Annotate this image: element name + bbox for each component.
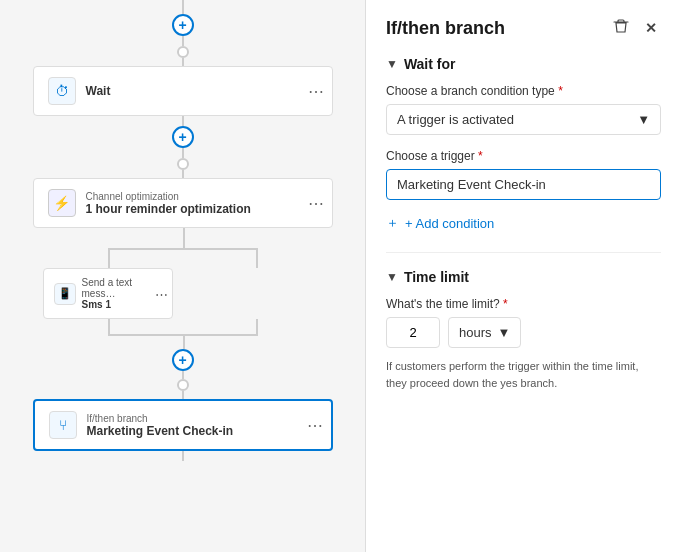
condition-type-required: * (558, 84, 563, 98)
wait-card[interactable]: ⏱ Wait ⋯ (33, 66, 333, 116)
time-unit-value: hours (459, 325, 492, 340)
wait-card-title: Wait (86, 84, 318, 98)
add-condition-button[interactable]: ＋ + Add condition (386, 214, 494, 232)
panel-header: If/then branch ✕ (386, 16, 661, 40)
branch-left: 📱 Send a text mess… Sms 1 ⋯ (43, 268, 183, 319)
channel-card-text: Channel optimization 1 hour reminder opt… (86, 191, 318, 216)
flow-wrapper: + ⏱ Wait ⋯ + ⚡ Channel optimization 1 ho… (0, 0, 365, 461)
section-divider (386, 252, 661, 253)
ifthen-card[interactable]: ⑂ If/then branch Marketing Event Check-i… (33, 399, 333, 451)
trigger-input[interactable] (386, 169, 661, 200)
ifthen-card-label: If/then branch (87, 413, 317, 424)
sms-card-text: Send a text mess… Sms 1 (82, 277, 162, 310)
condition-type-value: A trigger is activated (397, 112, 514, 127)
trigger-label: Choose a trigger * (386, 149, 661, 163)
time-limit-required: * (503, 297, 508, 311)
left-panel: + ⏱ Wait ⋯ + ⚡ Channel optimization 1 ho… (0, 0, 365, 552)
time-value-input[interactable] (386, 317, 440, 348)
time-unit-chevron: ▼ (498, 325, 511, 340)
wait-for-section: ▼ Wait for Choose a branch condition typ… (386, 56, 661, 232)
add-condition-label: + Add condition (405, 216, 494, 231)
time-limit-section: ▼ Time limit What's the time limit? * ho… (386, 269, 661, 391)
channel-icon: ⚡ (48, 189, 76, 217)
ifthen-card-subtitle: Marketing Event Check-in (87, 424, 317, 438)
add-button-3[interactable]: + (172, 349, 194, 371)
connector-circle-1 (177, 46, 189, 58)
merge-lines (33, 319, 333, 349)
sms-card-title: Send a text mess… (82, 277, 162, 299)
panel-actions: ✕ (609, 16, 661, 40)
time-limit-question-label: What's the time limit? * (386, 297, 661, 311)
close-button[interactable]: ✕ (641, 18, 661, 38)
condition-type-chevron: ▼ (637, 112, 650, 127)
channel-card-subtitle: 1 hour reminder optimization (86, 202, 318, 216)
time-limit-header[interactable]: ▼ Time limit (386, 269, 661, 285)
ifthen-icon: ⑂ (49, 411, 77, 439)
connector-circle-2 (177, 158, 189, 170)
add-condition-plus: ＋ (386, 214, 399, 232)
branch-cards-row: 📱 Send a text mess… Sms 1 ⋯ (33, 268, 333, 319)
sms-card-menu[interactable]: ⋯ (155, 286, 168, 301)
wait-for-header[interactable]: ▼ Wait for (386, 56, 661, 72)
sms-card-subtitle: Sms 1 (82, 299, 162, 310)
wait-card-menu[interactable]: ⋯ (308, 82, 324, 101)
time-limit-chevron: ▼ (386, 270, 398, 284)
add-button-2[interactable]: + (172, 126, 194, 148)
panel-title: If/then branch (386, 18, 505, 39)
top-add-button[interactable]: + (172, 14, 194, 36)
time-limit-row: hours ▼ (386, 317, 661, 348)
wait-icon: ⏱ (48, 77, 76, 105)
connector-circle-3 (177, 379, 189, 391)
sms-icon: 📱 (54, 283, 76, 305)
branch-lines (33, 228, 333, 268)
wait-card-text: Wait (86, 84, 318, 98)
time-limit-title: Time limit (404, 269, 469, 285)
wait-for-chevron: ▼ (386, 57, 398, 71)
condition-type-dropdown[interactable]: A trigger is activated ▼ (386, 104, 661, 135)
time-unit-dropdown[interactable]: hours ▼ (448, 317, 521, 348)
channel-card-menu[interactable]: ⋯ (308, 194, 324, 213)
ifthen-card-text: If/then branch Marketing Event Check-in (87, 413, 317, 438)
wait-for-title: Wait for (404, 56, 456, 72)
sms-card[interactable]: 📱 Send a text mess… Sms 1 ⋯ (43, 268, 173, 319)
channel-card-label: Channel optimization (86, 191, 318, 202)
time-limit-helper: If customers perform the trigger within … (386, 358, 661, 391)
trigger-required: * (478, 149, 483, 163)
ifthen-card-menu[interactable]: ⋯ (307, 416, 323, 435)
delete-button[interactable] (609, 16, 633, 40)
condition-type-label: Choose a branch condition type * (386, 84, 661, 98)
right-panel: If/then branch ✕ ▼ Wait for Choose a bra… (365, 0, 681, 552)
channel-card[interactable]: ⚡ Channel optimization 1 hour reminder o… (33, 178, 333, 228)
